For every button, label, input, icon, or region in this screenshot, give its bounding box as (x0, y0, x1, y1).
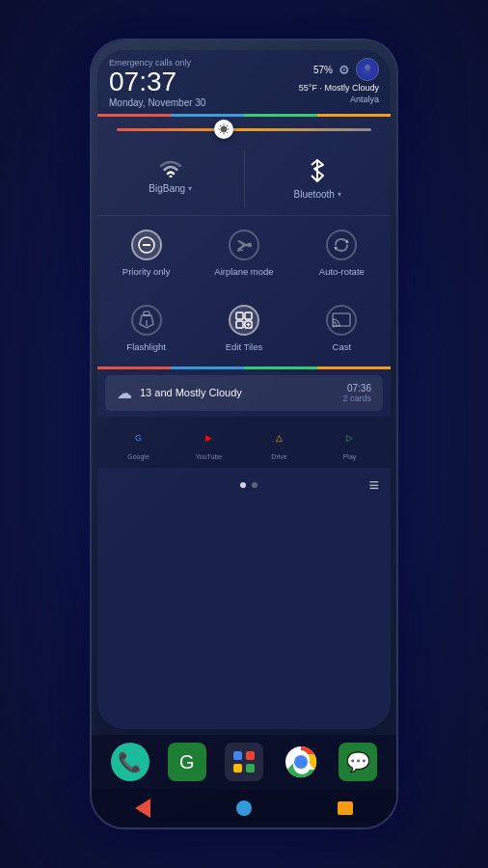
svg-rect-31 (246, 764, 255, 773)
google-now-icon: G (179, 751, 195, 773)
drive-icon: △ (266, 424, 293, 451)
svg-rect-28 (233, 751, 242, 760)
notif-left: ☁ 13 and Mostly Cloudy (117, 384, 242, 402)
app-strip: G Google ▶ YouTube △ Drive ▷ Play (97, 417, 391, 468)
recent-square-icon (338, 801, 353, 815)
svg-point-2 (221, 126, 227, 132)
svg-rect-30 (233, 764, 242, 773)
weather-notification[interactable]: ☁ 13 and Mostly Cloudy 07:36 2 cards (105, 375, 383, 411)
svg-rect-22 (236, 321, 243, 328)
brightness-row[interactable] (97, 117, 391, 143)
wifi-chevron: ▾ (188, 184, 192, 193)
status-icons: 57% ⚙ (313, 58, 379, 81)
cloud-icon: ☁ (117, 384, 132, 402)
status-bar: Emergency calls only 07:37 Monday, Novem… (97, 50, 391, 114)
color-bar-2-blue (171, 366, 244, 369)
bluetooth-cell[interactable]: Bluetooth ▾ (244, 150, 392, 207)
dock-chrome[interactable] (282, 743, 320, 781)
gear-icon[interactable]: ⚙ (339, 63, 350, 77)
priority-only-icon (131, 230, 162, 260)
color-bar-2-red (97, 366, 171, 369)
date-display: Monday, November 30 (109, 97, 205, 108)
tile-auto-rotate[interactable]: Auto-rotate (293, 220, 391, 287)
dock-messages[interactable]: 💬 (339, 743, 377, 781)
wifi-cell[interactable]: BigBang ▾ (97, 150, 244, 207)
dock-apps-launcher[interactable] (225, 743, 263, 781)
auto-rotate-icon (326, 230, 357, 260)
location-text: Antalya (350, 95, 379, 104)
quick-tile-row-2: Flashlight Edit Til (97, 291, 391, 366)
youtube-label: YouTube (196, 453, 223, 460)
play-icon: ▷ (337, 424, 364, 451)
phone-frame: Emergency calls only 07:37 Monday, Novem… (90, 39, 398, 829)
nav-back-button[interactable] (135, 799, 150, 818)
color-bar-2-yellow (317, 366, 391, 369)
wifi-icon (157, 158, 184, 177)
airplane-mode-label: Airplane mode (214, 266, 273, 277)
back-arrow-icon (135, 799, 150, 818)
notification-panel: BigBang ▾ Bluetooth ▾ (97, 117, 391, 729)
notif-time: 07:36 (342, 383, 371, 393)
brightness-thumb[interactable] (214, 120, 233, 139)
apps-grid-icon (231, 749, 257, 774)
notif-text: 13 and Mostly Cloudy (140, 387, 242, 398)
priority-only-label: Priority only (122, 266, 171, 277)
airplane-mode-icon (229, 230, 259, 260)
wifi-label: BigBang ▾ (149, 183, 192, 194)
svg-line-9 (227, 125, 228, 126)
drive-label: Drive (271, 453, 286, 460)
bluetooth-icon (308, 158, 327, 183)
nav-bar (92, 789, 396, 827)
svg-point-11 (169, 175, 172, 177)
play-label: Play (343, 453, 357, 460)
svg-line-10 (220, 132, 221, 133)
dock-google-now[interactable]: G (168, 743, 206, 781)
quick-tile-row-1: Priority only Airplane mode (97, 216, 391, 291)
time-display: 07:37 (109, 68, 205, 97)
bluetooth-label: Bluetooth ▾ (294, 189, 341, 200)
notif-right: 07:36 2 cards (342, 383, 371, 403)
chrome-icon (284, 745, 318, 779)
edit-tiles-label: Edit Tiles (226, 341, 263, 352)
dot-1 (240, 482, 246, 488)
tile-priority-only[interactable]: Priority only (97, 220, 195, 287)
svg-rect-20 (236, 312, 243, 319)
youtube-icon: ▶ (196, 424, 223, 451)
status-left: Emergency calls only 07:37 Monday, Novem… (109, 58, 205, 108)
dock: 📞 G 💬 (92, 735, 396, 789)
svg-line-14 (237, 250, 243, 251)
phone-bottom: ≡ (97, 468, 391, 503)
network-row: BigBang ▾ Bluetooth ▾ (97, 143, 391, 216)
tile-airplane-mode[interactable]: Airplane mode (195, 220, 292, 287)
cast-icon (326, 305, 357, 336)
avatar (356, 58, 379, 81)
battery-text: 57% (313, 65, 333, 75)
brightness-track[interactable] (117, 128, 371, 131)
svg-rect-29 (246, 751, 255, 760)
nav-home-button[interactable] (236, 800, 252, 816)
svg-point-34 (296, 757, 306, 767)
app-google[interactable]: G Google (103, 420, 174, 464)
app-youtube[interactable]: ▶ YouTube (174, 420, 244, 464)
brightness-icon (218, 123, 230, 135)
edit-tiles-icon (229, 305, 259, 336)
tile-edit-tiles[interactable]: Edit Tiles (195, 295, 292, 363)
screen: Emergency calls only 07:37 Monday, Novem… (97, 50, 391, 729)
app-play[interactable]: ▷ Play (314, 420, 385, 464)
dot-2 (252, 482, 258, 488)
notif-cards: 2 cards (342, 393, 371, 403)
svg-rect-21 (245, 312, 252, 319)
nav-recent-button[interactable] (338, 801, 353, 815)
menu-icon[interactable]: ≡ (368, 475, 379, 496)
app-drive[interactable]: △ Drive (244, 420, 314, 464)
dock-phone[interactable]: 📞 (111, 743, 149, 781)
page-dots (240, 482, 258, 488)
weather-text: 55°F · Mostly Cloudy (299, 83, 379, 93)
status-right: 57% ⚙ 55°F · Mostly Cloudy Antalya (299, 58, 379, 104)
svg-line-7 (220, 125, 221, 126)
color-bar-2-green (244, 366, 317, 369)
tile-cast[interactable]: Cast (293, 295, 391, 363)
tile-flashlight[interactable]: Flashlight (97, 295, 195, 363)
cast-label: Cast (333, 341, 352, 352)
messages-icon: 💬 (346, 750, 370, 773)
